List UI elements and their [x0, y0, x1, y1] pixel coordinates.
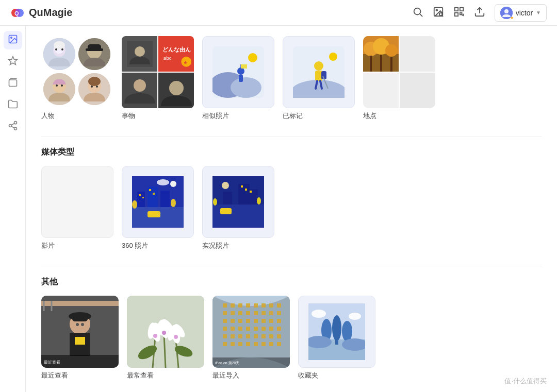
- svg-point-46: [96, 86, 98, 88]
- svg-rect-93: [153, 193, 155, 195]
- svg-rect-183: [269, 334, 273, 338]
- sidebar-item-folders[interactable]: [4, 96, 22, 114]
- photos-icon: [8, 34, 18, 46]
- svg-rect-120: [72, 314, 88, 321]
- others-title: 其他: [41, 277, 542, 287]
- media-item-video[interactable]: 影片: [41, 166, 113, 250]
- svg-rect-167: [269, 319, 273, 323]
- other-grid: 最近查看 最近查看: [41, 296, 542, 380]
- people-label: 人物: [41, 111, 113, 121]
- svg-text:abc: abc: [163, 55, 172, 60]
- svg-rect-174: [261, 327, 266, 331]
- svg-rect-160: [277, 311, 281, 315]
- svg-rect-171: [238, 327, 242, 331]
- favorites-thumbnail: [298, 296, 375, 368]
- svg-point-41: [61, 84, 63, 87]
- svg-rect-12: [454, 12, 457, 15]
- svg-rect-149: [254, 303, 258, 308]
- svg-point-32: [55, 48, 57, 50]
- svg-rect-13: [460, 12, 462, 14]
- svg-rect-90: [139, 194, 141, 196]
- divider-1: [41, 136, 542, 137]
- svg-rect-147: [238, 303, 242, 308]
- svg-point-141: [174, 335, 178, 339]
- main-content: 人物: [26, 26, 557, 392]
- scan-icon[interactable]: [453, 6, 465, 20]
- category-item-things[interactable]: どんな由ん abc ★: [122, 36, 194, 121]
- svg-point-48: [135, 46, 145, 57]
- logo[interactable]: Q QuMagie: [10, 6, 72, 20]
- svg-rect-182: [261, 334, 266, 338]
- star-badge: ★: [510, 15, 514, 20]
- media-item-360[interactable]: 360 照片: [122, 166, 194, 250]
- search-icon[interactable]: [412, 6, 423, 20]
- category-grid: 人物: [41, 36, 542, 121]
- svg-rect-172: [246, 327, 250, 331]
- svg-point-20: [10, 37, 11, 39]
- other-item-favorites[interactable]: 收藏夹: [298, 296, 375, 380]
- header: Q QuMagie: [0, 0, 557, 26]
- svg-rect-166: [261, 319, 266, 323]
- albums-icon: [8, 77, 18, 90]
- avatar: ★: [500, 7, 513, 19]
- category-item-marked[interactable]: 已标记: [283, 36, 355, 121]
- svg-rect-189: [254, 342, 258, 346]
- svg-rect-11: [460, 7, 463, 10]
- user-name: victor: [516, 9, 533, 17]
- svg-rect-118: [75, 337, 85, 345]
- svg-point-24: [9, 125, 11, 127]
- svg-rect-150: [261, 303, 266, 308]
- svg-point-97: [170, 181, 176, 187]
- category-item-similar[interactable]: 相似照片: [202, 36, 274, 121]
- logo-icon: Q: [10, 6, 25, 20]
- svg-point-8: [439, 12, 442, 15]
- chevron-down-icon: ▼: [536, 10, 541, 15]
- svg-rect-181: [254, 334, 258, 338]
- svg-marker-21: [8, 57, 17, 65]
- svg-rect-185: [223, 342, 227, 346]
- import-label: 最近导入: [212, 371, 290, 380]
- category-item-places[interactable]: 地点: [363, 36, 435, 121]
- upload-icon[interactable]: [474, 6, 485, 20]
- svg-point-137: [162, 331, 166, 335]
- svg-rect-64: [241, 64, 247, 69]
- photo360-thumbnail: [122, 166, 194, 238]
- svg-rect-87: [137, 192, 145, 207]
- svg-rect-188: [246, 342, 250, 346]
- svg-rect-89: [160, 191, 170, 207]
- other-item-import[interactable]: iPad on 第20天 最近导入: [212, 296, 290, 380]
- sidebar-item-share[interactable]: [4, 117, 22, 136]
- svg-rect-187: [238, 342, 242, 346]
- marked-thumbnail: [283, 36, 355, 108]
- sidebar-item-photos[interactable]: [4, 31, 22, 49]
- category-item-people[interactable]: 人物: [41, 36, 113, 121]
- svg-text:最近查看: 最近查看: [44, 360, 60, 365]
- svg-point-68: [314, 61, 323, 71]
- image-search-icon[interactable]: [433, 6, 444, 20]
- svg-point-25: [14, 127, 17, 130]
- smart-icon: [8, 56, 18, 68]
- svg-rect-162: [231, 319, 235, 323]
- user-area[interactable]: ★ victor ▼: [495, 4, 547, 22]
- media-item-live[interactable]: 实况照片: [202, 166, 274, 250]
- header-actions: ★ victor ▼: [412, 4, 547, 22]
- svg-point-40: [56, 84, 58, 87]
- places-label: 地点: [363, 111, 435, 121]
- svg-point-74: [329, 53, 337, 61]
- svg-rect-168: [277, 319, 281, 323]
- svg-point-202: [342, 321, 352, 342]
- sidebar-item-albums[interactable]: [4, 74, 22, 93]
- live-label: 实况照片: [202, 241, 274, 250]
- other-item-frequent[interactable]: 最常查看: [127, 296, 204, 380]
- svg-point-204: [312, 310, 326, 318]
- svg-text:★: ★: [183, 59, 188, 65]
- svg-point-95: [171, 199, 176, 207]
- svg-rect-37: [86, 48, 103, 51]
- sidebar-item-smart[interactable]: [4, 53, 22, 71]
- other-item-recent[interactable]: 最近查看 最近查看: [41, 296, 119, 380]
- svg-rect-161: [223, 319, 227, 323]
- svg-point-108: [222, 182, 229, 189]
- svg-rect-151: [269, 303, 273, 308]
- people-thumbnail: [41, 36, 113, 108]
- media-types-section: 媒体类型 影片: [41, 147, 542, 250]
